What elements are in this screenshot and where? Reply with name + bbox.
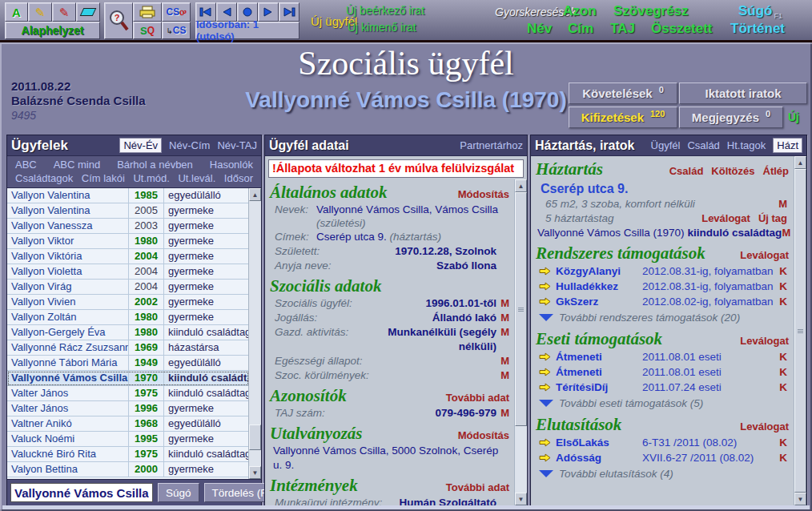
scroll-down-icon[interactable]: ▼ [249, 466, 261, 479]
timeline-position-button[interactable]: Idősorban: 1 (utolsó) [195, 22, 299, 39]
table-row[interactable]: Valter János1996gyermeke [7, 401, 249, 416]
modositas-link[interactable]: Módosítás [458, 429, 509, 441]
filter-utleval[interactable]: Ut.levál. [178, 172, 215, 184]
iktatott-iratok-button[interactable]: Iktatott iratok [679, 82, 807, 104]
edit-yellow-button[interactable]: ✎ [28, 2, 52, 22]
base-mode-button[interactable]: A [5, 2, 28, 22]
table-row[interactable]: Valuckné Biró Rita1975kiinduló családtag [7, 447, 249, 462]
table-row[interactable]: Vallyon Viktor1980gyermeke [7, 234, 249, 249]
tab-hazt[interactable]: Házt [773, 138, 802, 153]
filter-abc[interactable]: ABC [15, 159, 37, 171]
more-rendszeres-link[interactable]: További rendszeres támogatások (20) [531, 309, 794, 326]
eraser-button[interactable] [76, 2, 100, 22]
modify-link[interactable]: M [496, 354, 509, 368]
table-row[interactable]: Vallyon Viktória2004gyermeke [7, 249, 249, 264]
koltozes-link[interactable]: Költözés [711, 165, 754, 177]
tovabbi-adat-link[interactable]: További adat [446, 481, 509, 493]
modify-link[interactable]: M [496, 325, 509, 340]
scroll-up-icon[interactable]: ▲ [794, 156, 806, 169]
cs-copy-button[interactable]: ↳CS [162, 22, 191, 39]
client-data-scrollbar[interactable]: ▲ ▼ [514, 179, 527, 505]
k-link[interactable]: K [779, 365, 787, 379]
modositas-link[interactable]: Módosítás [458, 188, 509, 200]
partner-store-link[interactable]: Partnertárhoz [460, 139, 523, 151]
table-row[interactable]: Valyon Bettina2000gyermeke [7, 462, 249, 477]
search-help-button[interactable]: ? [104, 2, 133, 39]
table-row[interactable]: Vallyonné Tábori Mária1949egyedülálló [7, 356, 249, 371]
table-row[interactable]: Vallyon Violetta2004gyermeke [7, 264, 249, 280]
k-link[interactable]: K [779, 295, 787, 308]
table-row[interactable]: Valtner Anikó1968egyedülálló [7, 416, 249, 432]
k-link[interactable]: K [779, 451, 787, 465]
tab-nev-ev[interactable]: Név-Év [119, 138, 162, 153]
quick-search-szovegresz-link[interactable]: Szövegrész [613, 3, 689, 19]
table-row[interactable]: Vallyon-Gergely Éva1980kiinduló családta… [7, 325, 249, 340]
tab-ugyfel[interactable]: Ügyfél [651, 139, 681, 151]
help-button[interactable]: Súgó [158, 483, 199, 502]
table-row[interactable]: Vallyonné Rácz Zsuzsanna1969házastársa [7, 340, 249, 356]
client-list-scrollbar[interactable]: ▲ ▼ [248, 188, 261, 479]
filter-csaladtagok[interactable]: Családtagok [15, 172, 73, 184]
table-row[interactable]: Vallyon Virág2004gyermeke [7, 280, 249, 295]
history-link[interactable]: Történet [730, 21, 785, 37]
filter-idosor[interactable]: Idősor [224, 172, 253, 184]
levalogat-link[interactable]: Leválogat [740, 420, 789, 433]
support-item[interactable]: Átmeneti2011.08.01 esetiK [531, 364, 794, 380]
sq-search-button[interactable]: SQ [133, 22, 162, 39]
levalogat-link[interactable]: Leválogat [740, 335, 789, 347]
household-scrollbar[interactable]: ▲ ▼ [794, 156, 806, 505]
scrollbar-thumb[interactable] [515, 192, 527, 426]
print-button[interactable] [133, 2, 162, 22]
filter-hasonlok[interactable]: Hasonlók [210, 159, 253, 171]
support-item[interactable]: KözgyAlanyi2012.08.31-ig, folyamatbanK [531, 264, 794, 279]
filter-cim-lakoi[interactable]: Cím lakói [82, 172, 125, 184]
scrollbar-thumb[interactable] [794, 169, 806, 493]
csalad-link[interactable]: Család [669, 165, 704, 177]
table-row[interactable]: Vallyon Valentina2005gyermeke [7, 203, 249, 219]
edit-red-button[interactable]: ✎ [52, 2, 76, 22]
client-search-input[interactable] [10, 483, 153, 502]
modify-link[interactable]: M [496, 406, 509, 420]
new-note-link[interactable]: Új [788, 111, 799, 123]
support-item[interactable]: Átmeneti2011.08.01 esetiK [531, 349, 794, 364]
filter-barhol[interactable]: Bárhol a névben [117, 159, 193, 171]
support-item[interactable]: Hulladékkez2012.08.31-ig, folyamatbanK [531, 279, 794, 294]
tab-nev-cim[interactable]: Név-Cím [169, 139, 210, 151]
k-link[interactable]: K [779, 350, 787, 364]
tab-csalad[interactable]: Család [687, 139, 719, 151]
levalogat-link[interactable]: Leválogat [701, 211, 750, 226]
cs-search-button[interactable]: CSꭴ [162, 2, 191, 22]
rejection-item[interactable]: ElsőLakás6-T31 /2011 (08.02)K [531, 435, 794, 450]
table-row[interactable]: Vallyon Zoltán1980gyermeke [7, 310, 249, 325]
k-link[interactable]: K [779, 380, 787, 394]
table-row[interactable]: Vallyon Vivien2002gyermeke [7, 295, 249, 310]
modify-link[interactable]: M [496, 311, 509, 325]
more-elutasitasok-link[interactable]: További elutasítások (4) [531, 465, 794, 482]
table-row[interactable]: Vallyon Vanessza2003gyermeke [7, 219, 249, 234]
modify-link[interactable]: M [496, 368, 509, 383]
tovabbi-adat-link[interactable]: További adat [446, 392, 509, 404]
table-row[interactable]: Valuck Noémi1995gyermeke [7, 432, 249, 447]
modify-link[interactable]: M [496, 296, 509, 311]
uj-tag-link[interactable]: Új tag [758, 211, 787, 226]
kifizetesek-button[interactable]: Kifizetések 120 [569, 107, 677, 128]
levalogat-link[interactable]: Leválogat [740, 249, 789, 261]
modify-link[interactable]: M [782, 226, 790, 240]
scroll-up-icon[interactable]: ▲ [249, 188, 261, 201]
new-incoming-doc-link[interactable]: Új beérkező irat [346, 4, 424, 17]
scroll-up-icon[interactable]: ▲ [515, 179, 527, 192]
k-link[interactable]: K [779, 280, 787, 293]
help-link[interactable]: SúgóF1 [738, 3, 782, 20]
scroll-down-icon[interactable]: ▼ [515, 493, 527, 505]
filter-abc-mind[interactable]: ABC mind [54, 159, 101, 171]
atlep-link[interactable]: Átlép [763, 165, 790, 177]
quick-search-osszetett-link[interactable]: Összetett [651, 21, 713, 37]
megjegyzes-button[interactable]: Megjegyzés 0 [679, 107, 783, 128]
rejection-item[interactable]: AdósságXVII.6-27 /2011 (08.02)K [531, 450, 794, 465]
table-row[interactable]: Valter János1975kiinduló családtag [7, 386, 249, 401]
quick-search-nev-link[interactable]: Név [527, 21, 552, 37]
kovetelesek-button[interactable]: Követelések 0 [569, 82, 677, 104]
table-row-selected[interactable]: Vallyonné Vámos Csilla1970kiinduló csalá… [7, 371, 249, 386]
quick-search-azon-link[interactable]: Azon [563, 3, 597, 19]
alaphelyzet-button[interactable]: Alaphelyzet [5, 22, 100, 39]
